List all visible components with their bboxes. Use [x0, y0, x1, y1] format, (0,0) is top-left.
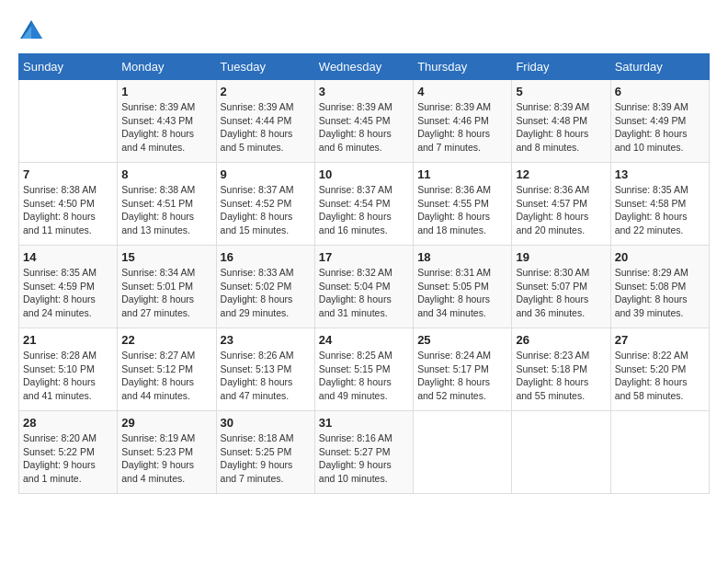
day-info: Sunrise: 8:39 AMSunset: 4:46 PMDaylight:…: [417, 100, 507, 155]
day-number: 8: [121, 167, 211, 181]
day-cell: 18Sunrise: 8:31 AMSunset: 5:05 PMDayligh…: [414, 246, 512, 328]
day-cell: [414, 411, 512, 494]
day-number: 11: [417, 167, 507, 181]
day-info: Sunrise: 8:26 AMSunset: 5:13 PMDaylight:…: [221, 349, 311, 403]
day-info: Sunrise: 8:31 AMSunset: 5:05 PMDaylight:…: [417, 266, 507, 320]
day-info: Sunrise: 8:18 AMSunset: 5:25 PMDaylight:…: [221, 431, 311, 486]
day-info: Sunrise: 8:39 AMSunset: 4:45 PMDaylight:…: [319, 100, 409, 155]
day-number: 31: [319, 416, 409, 430]
day-info: Sunrise: 8:28 AMSunset: 5:10 PMDaylight:…: [23, 349, 113, 403]
day-number: 29: [121, 416, 211, 430]
day-info: Sunrise: 8:39 AMSunset: 4:48 PMDaylight:…: [516, 100, 606, 155]
header-sunday: Sunday: [19, 54, 118, 80]
page-header: [18, 18, 710, 44]
day-number: 25: [417, 333, 507, 347]
day-number: 5: [516, 85, 606, 98]
day-cell: 20Sunrise: 8:29 AMSunset: 5:08 PMDayligh…: [610, 246, 709, 328]
day-info: Sunrise: 8:32 AMSunset: 5:04 PMDaylight:…: [319, 266, 409, 320]
day-number: 18: [417, 250, 507, 264]
day-cell: 24Sunrise: 8:25 AMSunset: 5:15 PMDayligh…: [314, 328, 413, 411]
day-cell: 14Sunrise: 8:35 AMSunset: 4:59 PMDayligh…: [19, 246, 118, 328]
header-friday: Friday: [512, 54, 610, 80]
day-info: Sunrise: 8:38 AMSunset: 4:51 PMDaylight:…: [121, 183, 211, 237]
day-cell: 1Sunrise: 8:39 AMSunset: 4:43 PMDaylight…: [118, 80, 216, 163]
day-info: Sunrise: 8:19 AMSunset: 5:23 PMDaylight:…: [121, 431, 211, 486]
day-cell: 4Sunrise: 8:39 AMSunset: 4:46 PMDaylight…: [414, 80, 512, 163]
day-number: 10: [319, 167, 409, 181]
day-info: Sunrise: 8:34 AMSunset: 5:01 PMDaylight:…: [121, 266, 211, 320]
day-number: 20: [615, 250, 705, 264]
week-row-2: 7Sunrise: 8:38 AMSunset: 4:50 PMDaylight…: [19, 163, 710, 246]
day-number: 19: [516, 250, 606, 264]
day-number: 17: [319, 250, 409, 264]
week-row-3: 14Sunrise: 8:35 AMSunset: 4:59 PMDayligh…: [19, 246, 710, 328]
week-row-4: 21Sunrise: 8:28 AMSunset: 5:10 PMDayligh…: [19, 328, 710, 411]
day-info: Sunrise: 8:38 AMSunset: 4:50 PMDaylight:…: [23, 183, 113, 237]
day-cell: 16Sunrise: 8:33 AMSunset: 5:02 PMDayligh…: [216, 246, 314, 328]
day-number: 3: [319, 85, 409, 98]
day-number: 28: [23, 416, 113, 430]
day-cell: 28Sunrise: 8:20 AMSunset: 5:22 PMDayligh…: [19, 411, 118, 494]
day-info: Sunrise: 8:33 AMSunset: 5:02 PMDaylight:…: [221, 266, 311, 320]
header-monday: Monday: [118, 54, 216, 80]
day-number: 24: [319, 333, 409, 347]
day-cell: 21Sunrise: 8:28 AMSunset: 5:10 PMDayligh…: [19, 328, 118, 411]
day-info: Sunrise: 8:35 AMSunset: 4:58 PMDaylight:…: [615, 183, 705, 237]
day-number: 2: [221, 85, 311, 98]
calendar-table: SundayMondayTuesdayWednesdayThursdayFrid…: [18, 53, 710, 494]
day-info: Sunrise: 8:39 AMSunset: 4:44 PMDaylight:…: [221, 100, 311, 155]
day-cell: 5Sunrise: 8:39 AMSunset: 4:48 PMDaylight…: [512, 80, 610, 163]
day-info: Sunrise: 8:37 AMSunset: 4:54 PMDaylight:…: [319, 183, 409, 237]
day-cell: 12Sunrise: 8:36 AMSunset: 4:57 PMDayligh…: [512, 163, 610, 246]
day-cell: 29Sunrise: 8:19 AMSunset: 5:23 PMDayligh…: [118, 411, 216, 494]
day-info: Sunrise: 8:27 AMSunset: 5:12 PMDaylight:…: [121, 349, 211, 403]
header-saturday: Saturday: [610, 54, 709, 80]
day-number: 22: [121, 333, 211, 347]
day-cell: 9Sunrise: 8:37 AMSunset: 4:52 PMDaylight…: [216, 163, 314, 246]
day-info: Sunrise: 8:22 AMSunset: 5:20 PMDaylight:…: [615, 349, 705, 403]
day-info: Sunrise: 8:35 AMSunset: 4:59 PMDaylight:…: [23, 266, 113, 320]
day-cell: 27Sunrise: 8:22 AMSunset: 5:20 PMDayligh…: [610, 328, 709, 411]
day-number: 9: [221, 167, 311, 181]
day-cell: 25Sunrise: 8:24 AMSunset: 5:17 PMDayligh…: [414, 328, 512, 411]
day-number: 23: [221, 333, 311, 347]
day-number: 1: [121, 85, 211, 98]
day-number: 16: [221, 250, 311, 264]
day-number: 7: [23, 167, 113, 181]
header-wednesday: Wednesday: [314, 54, 413, 80]
day-cell: [19, 80, 118, 163]
calendar-header-row: SundayMondayTuesdayWednesdayThursdayFrid…: [19, 54, 710, 80]
day-info: Sunrise: 8:23 AMSunset: 5:18 PMDaylight:…: [516, 349, 606, 403]
day-cell: 22Sunrise: 8:27 AMSunset: 5:12 PMDayligh…: [118, 328, 216, 411]
day-info: Sunrise: 8:20 AMSunset: 5:22 PMDaylight:…: [23, 431, 113, 486]
day-cell: 15Sunrise: 8:34 AMSunset: 5:01 PMDayligh…: [118, 246, 216, 328]
day-info: Sunrise: 8:25 AMSunset: 5:15 PMDaylight:…: [319, 349, 409, 403]
logo-icon: [18, 18, 44, 44]
day-number: 12: [516, 167, 606, 181]
day-cell: 31Sunrise: 8:16 AMSunset: 5:27 PMDayligh…: [314, 411, 413, 494]
header-tuesday: Tuesday: [216, 54, 314, 80]
day-number: 15: [121, 250, 211, 264]
day-cell: 17Sunrise: 8:32 AMSunset: 5:04 PMDayligh…: [314, 246, 413, 328]
day-cell: 7Sunrise: 8:38 AMSunset: 4:50 PMDaylight…: [19, 163, 118, 246]
day-info: Sunrise: 8:30 AMSunset: 5:07 PMDaylight:…: [516, 266, 606, 320]
day-cell: 10Sunrise: 8:37 AMSunset: 4:54 PMDayligh…: [314, 163, 413, 246]
day-number: 4: [417, 85, 507, 98]
day-number: 13: [615, 167, 705, 181]
day-cell: 3Sunrise: 8:39 AMSunset: 4:45 PMDaylight…: [314, 80, 413, 163]
day-cell: 2Sunrise: 8:39 AMSunset: 4:44 PMDaylight…: [216, 80, 314, 163]
day-number: 21: [23, 333, 113, 347]
day-cell: [512, 411, 610, 494]
day-number: 26: [516, 333, 606, 347]
day-cell: 23Sunrise: 8:26 AMSunset: 5:13 PMDayligh…: [216, 328, 314, 411]
day-number: 14: [23, 250, 113, 264]
day-cell: 8Sunrise: 8:38 AMSunset: 4:51 PMDaylight…: [118, 163, 216, 246]
day-info: Sunrise: 8:36 AMSunset: 4:55 PMDaylight:…: [417, 183, 507, 237]
day-cell: [610, 411, 709, 494]
day-info: Sunrise: 8:37 AMSunset: 4:52 PMDaylight:…: [221, 183, 311, 237]
day-cell: 6Sunrise: 8:39 AMSunset: 4:49 PMDaylight…: [610, 80, 709, 163]
day-info: Sunrise: 8:24 AMSunset: 5:17 PMDaylight:…: [417, 349, 507, 403]
logo: [18, 18, 48, 44]
day-cell: 26Sunrise: 8:23 AMSunset: 5:18 PMDayligh…: [512, 328, 610, 411]
week-row-5: 28Sunrise: 8:20 AMSunset: 5:22 PMDayligh…: [19, 411, 710, 494]
